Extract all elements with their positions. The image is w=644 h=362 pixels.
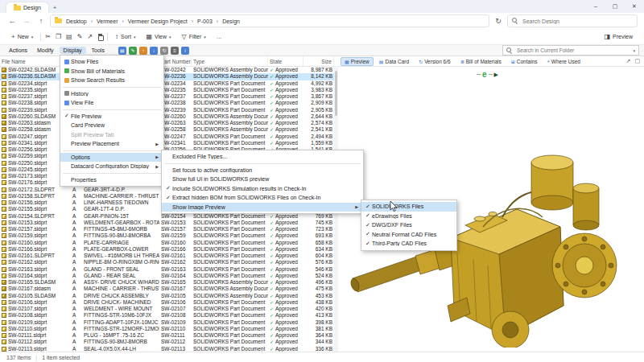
table-row[interactable]: SW-02238.sldprtAHOSE KIT - ROTATIONSW-02… bbox=[0, 100, 338, 106]
expand-preview-icon[interactable]: ↗ bbox=[626, 58, 631, 64]
menu-item-file-preview[interactable]: ✓File Preview bbox=[60, 112, 163, 121]
table-row[interactable]: SW-02161.SLDPRTASWIVEL - #16MORB LH THRE… bbox=[0, 253, 338, 259]
up-icon[interactable]: ↑ bbox=[35, 17, 47, 25]
column-header-type[interactable]: Type bbox=[192, 56, 268, 66]
breadcrumb-segment-design[interactable]: Design bbox=[220, 19, 242, 24]
table-row[interactable]: SW-02247.sldprtASHAFT-DRIVESW-02247SOLID… bbox=[0, 134, 338, 140]
menu-item-card-preview[interactable]: Card Preview bbox=[60, 121, 163, 130]
view-button[interactable]: ▦ View ▾ bbox=[142, 32, 174, 42]
menu-item-solidworks-files[interactable]: ✓SOLIDWORKS Files bbox=[361, 202, 456, 212]
column-header-part-number[interactable]: Part Number bbox=[159, 56, 192, 66]
table-row[interactable]: SW-02111.sldprtAPLUG - 16MPT .75-16 ZCSW… bbox=[0, 332, 338, 339]
forward-icon[interactable]: → bbox=[21, 17, 32, 25]
sort-button[interactable]: ↕ Sort ▾ bbox=[112, 32, 138, 42]
table-row[interactable]: SW-02165.SLDASMAASSY- DRIVE CHUCK W/HARD… bbox=[0, 279, 338, 286]
table-row[interactable]: SW-02159.sldprtAFITTINGS-90-8MJ-8MORBASW… bbox=[0, 232, 338, 239]
new-button[interactable]: + New ▾ bbox=[8, 32, 36, 42]
paste-icon[interactable]: ▤ bbox=[66, 34, 72, 40]
menu-item-excluded-file-types[interactable]: Excluded File Types... bbox=[162, 152, 363, 162]
menu-tools[interactable]: Tools bbox=[88, 47, 109, 54]
menu-item-edrawings-files[interactable]: ✓eDrawings Files bbox=[361, 212, 456, 221]
tab-contains[interactable]: ⊞Contains bbox=[507, 57, 542, 66]
rename-icon[interactable]: ✎ bbox=[77, 34, 83, 40]
menu-item-third-party-cad-files[interactable]: ✓Third-Party CAD Files bbox=[361, 239, 456, 249]
table-row[interactable]: SW-02164.sldprtAGLAND - REAR SEALSW-0216… bbox=[0, 273, 338, 279]
menu-item-neutral-format-cad-files[interactable]: ✓Neutral Format CAD Files bbox=[361, 230, 456, 240]
menu-item-include-solidworks-simulation-results-in-check-in[interactable]: ✓Include SOLIDWORKS Simulation results i… bbox=[162, 184, 363, 194]
refresh-icon[interactable]: ↻ bbox=[493, 17, 504, 25]
menu-actions[interactable]: Actions bbox=[5, 47, 31, 54]
table-row[interactable]: SW-02157.sldprtAFITTINGS-45-8MJ-6MORBSW-… bbox=[0, 226, 338, 232]
tab-preview[interactable]: ▦Preview bbox=[341, 57, 374, 66]
popout-preview-icon[interactable]: ▢ bbox=[634, 58, 640, 64]
tab-data-card[interactable]: ▤Data Card bbox=[375, 57, 413, 66]
close-button[interactable]: ✕ bbox=[625, 0, 644, 12]
table-row[interactable]: SW-02166.sldprtAPLATE-GEARBOX-LOWERSW-02… bbox=[0, 246, 338, 253]
table-row[interactable]: SW-02263.sldasmAGEARBOX - 9 O-RINGSW-022… bbox=[0, 120, 338, 126]
menu-item-set-focus-to-active-configuration[interactable]: Set focus to active configuration bbox=[162, 166, 363, 175]
table-row[interactable]: SW-02162.sldprtANIPPLE-8M O-RINGX8M O-RI… bbox=[0, 259, 338, 265]
breadcrumb-segment-vermeer[interactable]: Vermeer bbox=[94, 19, 120, 24]
tab-version-6-6[interactable]: ↻Version 6/6 bbox=[415, 57, 455, 66]
back-icon[interactable]: ← bbox=[6, 17, 18, 25]
bom-tool-icon[interactable]: ≡ bbox=[171, 47, 179, 55]
table-row[interactable]: SW-02237.sldprtAVALVE-MOTOR CIRCUITSW-02… bbox=[0, 93, 338, 100]
table-row[interactable]: SW-02112.sldprtAFITTINGS-90-8MJ-8MORBSW-… bbox=[0, 339, 338, 345]
table-row[interactable]: SW-02153.sldprtAWELDMENT-GEARBOX - ROTAT… bbox=[0, 220, 338, 226]
pdm-search-input[interactable] bbox=[515, 47, 630, 54]
menu-item-show-files[interactable]: Show Files bbox=[60, 57, 163, 67]
table-row[interactable]: SW-02234.sldprtAMANIFOLD-TWIN MOTORSSW-0… bbox=[0, 80, 338, 87]
breadcrumb-segment-p-003[interactable]: P-003 bbox=[195, 19, 215, 24]
more-button[interactable]: … bbox=[213, 32, 225, 41]
table-row[interactable]: SW-02167.sldasmAMACHINE - CARRIER - THRU… bbox=[0, 286, 338, 292]
filter-button[interactable]: ▽ Filter ▾ bbox=[179, 32, 209, 42]
menu-item-split-preview-tab[interactable]: Split Preview Tab bbox=[60, 130, 163, 140]
copy-icon[interactable]: ❐ bbox=[56, 34, 61, 40]
table-row[interactable]: SW-02113.sldprtASEAL-4.0X5.0X.44-LHSW-02… bbox=[0, 346, 338, 352]
tab-bill-of-materials[interactable]: ≣Bill of Materials bbox=[456, 57, 506, 66]
menu-item-preview-placement[interactable]: Preview Placement▶ bbox=[60, 139, 163, 149]
table-row[interactable]: SW-02260.SLDASMAWELDMENT-GEARBOX 24X48SW… bbox=[0, 113, 338, 120]
menu-display[interactable]: Display bbox=[60, 47, 86, 54]
table-row[interactable]: SW-02106.sldprtADRIVE CHUCK- MACHINEDSW-… bbox=[0, 299, 338, 306]
breadcrumb-segment-desktop[interactable]: Desktop bbox=[64, 19, 89, 24]
preview-toggle-button[interactable]: ◨ Preview bbox=[601, 32, 636, 42]
menu-item-options[interactable]: Options▶ bbox=[60, 153, 163, 162]
menu-modify[interactable]: Modify bbox=[33, 47, 58, 54]
history-tool-icon[interactable]: ↻ bbox=[160, 47, 168, 55]
new-tab-button[interactable]: + bbox=[53, 4, 57, 11]
tab-where-used[interactable]: ⌖Where Used bbox=[543, 57, 584, 66]
table-row[interactable]: SW-02341.sldprtAMOUNT-MOTORSW-02341SOLID… bbox=[0, 140, 338, 146]
explorer-search[interactable] bbox=[507, 14, 638, 27]
explorer-tab[interactable]: Design bbox=[6, 2, 48, 13]
table-row[interactable]: SW-02258.sldasmACOVER - 9 O-RINGSW-02258… bbox=[0, 126, 338, 133]
search-input[interactable] bbox=[521, 18, 633, 25]
minimize-button[interactable]: – bbox=[586, 0, 605, 12]
breadcrumb-segment-vermeer-design-project[interactable]: Vermeer Design Project bbox=[126, 19, 190, 24]
delete-icon[interactable] bbox=[97, 33, 103, 40]
menu-item-show-bill-of-materials[interactable]: Show Bill of Materials bbox=[60, 67, 163, 76]
show-files-tool-icon[interactable]: ▤ bbox=[118, 47, 126, 55]
menu-item-history[interactable]: History bbox=[60, 89, 163, 99]
column-header-state[interactable]: State bbox=[268, 56, 303, 66]
share-icon[interactable]: ↗ bbox=[87, 34, 93, 40]
table-row[interactable]: SW-02105.SLDASMADRIVE CHUCK ASSEMBLYSW-0… bbox=[0, 293, 338, 299]
table-row[interactable]: SW-02236.SLDASMAROTATION GEARBOX Assembl… bbox=[0, 73, 338, 80]
table-row[interactable]: SW-02239.sldprtAHOSE KIT - THRUSTSW-0223… bbox=[0, 107, 338, 113]
table-row[interactable]: SW-02235.sldprtAMOTOR-HYD W/BRAKESW-0223… bbox=[0, 87, 338, 93]
table-row[interactable]: SW-02108.sldprtAFITTINGS-STR-10M6-10FJXS… bbox=[0, 312, 338, 319]
info-tool-icon[interactable]: i bbox=[181, 47, 189, 55]
menu-item-view-file[interactable]: View File bbox=[60, 98, 163, 108]
menu-item-show-full-ui-in-solidworks-preview[interactable]: Show full UI in SOLIDWORKS preview bbox=[162, 175, 363, 184]
pdm-search[interactable]: ▾ bbox=[502, 45, 639, 56]
table-row[interactable]: SW-02163.sldprtAGLAND - FRONT SEALSW-021… bbox=[0, 266, 338, 273]
get-latest-icon[interactable]: ↓ bbox=[150, 47, 158, 55]
maximize-button[interactable]: ▢ bbox=[605, 0, 625, 12]
table-row[interactable]: SW-02110.sldprtAFITTINGS-STR-12MORF-12MO… bbox=[0, 326, 338, 332]
table-row[interactable]: SW-02242.SLDASMAPOWER PACK 12V-24V - FLO… bbox=[0, 67, 338, 73]
menu-item-extract-hidden-bom-from-solidworks-files-on-check-in[interactable]: ✓Extract hidden BOM from SOLIDWORKS File… bbox=[162, 193, 363, 203]
menu-item-datacard-configuration-display[interactable]: Datacard Configuration Display▶ bbox=[60, 162, 163, 171]
table-row[interactable]: SW-02107.sldprtAWELDMENT - WIRE MOUNTSW-… bbox=[0, 306, 338, 312]
menu-item-properties[interactable]: Properties bbox=[60, 175, 163, 185]
column-header-size[interactable]: Size bbox=[303, 56, 334, 66]
